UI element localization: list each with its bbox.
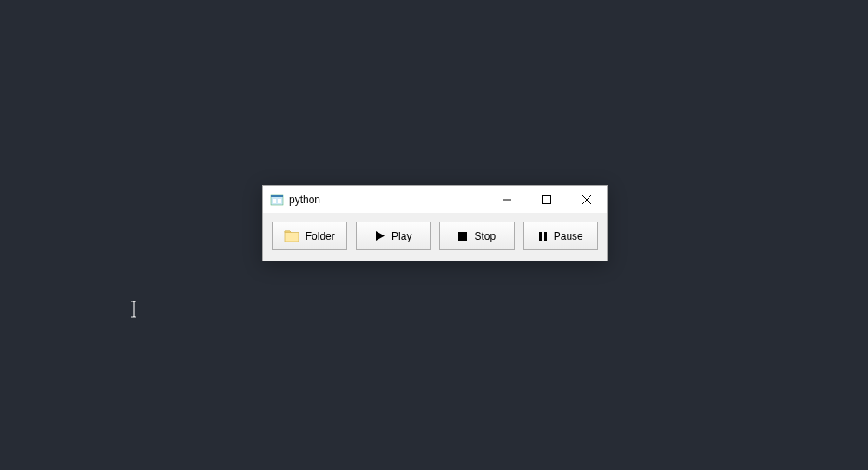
folder-button[interactable]: Folder [272, 222, 347, 250]
folder-icon [284, 229, 299, 242]
maximize-button[interactable] [527, 186, 567, 213]
close-button[interactable] [567, 186, 607, 213]
svg-rect-5 [543, 195, 551, 203]
stop-button[interactable]: Stop [439, 222, 515, 250]
play-button[interactable]: Play [356, 222, 431, 250]
toolbar: Folder Play Stop [263, 213, 607, 261]
folder-button-label: Folder [306, 230, 335, 242]
app-icon [270, 193, 284, 207]
minimize-button[interactable] [487, 186, 527, 213]
stop-button-label: Stop [474, 230, 496, 242]
text-cursor-icon [129, 301, 138, 318]
stop-icon [457, 231, 468, 242]
play-button-label: Play [391, 230, 411, 242]
svg-rect-3 [278, 199, 281, 203]
svg-rect-2 [273, 199, 276, 203]
window-controls [487, 186, 607, 213]
svg-rect-10 [539, 232, 542, 241]
svg-rect-9 [458, 232, 467, 241]
svg-marker-8 [376, 231, 385, 241]
close-icon [582, 195, 591, 204]
play-icon [374, 230, 385, 242]
pause-button[interactable]: Pause [523, 222, 599, 250]
window-title: python [289, 194, 487, 206]
titlebar[interactable]: python [263, 186, 607, 213]
svg-rect-11 [544, 232, 547, 241]
svg-rect-1 [271, 195, 283, 197]
app-window: python [262, 185, 608, 261]
pause-button-label: Pause [554, 230, 583, 242]
minimize-icon [503, 195, 511, 204]
pause-icon [538, 231, 548, 242]
maximize-icon [542, 195, 551, 204]
